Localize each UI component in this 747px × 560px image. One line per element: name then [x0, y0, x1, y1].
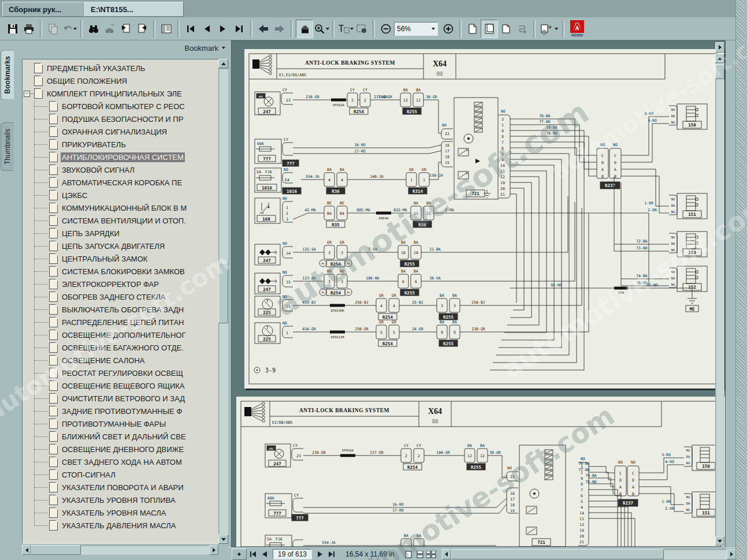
status-last-page-button[interactable]: [326, 549, 337, 559]
continuous-facing-mode-button[interactable]: [426, 549, 437, 559]
text-select-tool-button[interactable]: T: [337, 20, 354, 38]
bookmark-item[interactable]: ЦЕПЬ ЗАРЯДКИ: [23, 227, 228, 240]
status-next-page-button[interactable]: [315, 549, 325, 559]
bookmark-item[interactable]: ОЧИСТИТЕЛИ ВЕТРОВОГО И ЗАД: [23, 392, 228, 405]
zoom-tool-button[interactable]: [313, 20, 329, 38]
bookmark-item[interactable]: ОСВЕЩЕНИЕ БАГАЖНОГО ОТДЕ.: [23, 341, 228, 354]
last-page-button[interactable]: [231, 20, 247, 38]
navigation-panel-button[interactable]: [158, 20, 174, 38]
undo-caret-icon[interactable]: [73, 28, 77, 32]
bookmark-item[interactable]: СВЕТ ЗАДНЕГО ХОДА НА АВТОМ: [23, 456, 228, 468]
tab-thumbnails[interactable]: Thumbnails: [1, 122, 14, 171]
bookmark-item[interactable]: КОММУНИКАЦИОННЫЙ БЛОК В М: [23, 201, 228, 214]
doc-scroll-right-button[interactable]: [727, 549, 736, 559]
bookmark-item[interactable]: УКАЗАТЕЛЬ ДАВЛЕНИЯ МАСЛА: [23, 519, 228, 532]
document-pane[interactable]: ANTI-LOCK BRAKING SYSTEM E1,E2/DG/ABS X6…: [231, 40, 726, 547]
svg-text:78-NO: 78-NO: [546, 131, 558, 136]
graphics-select-tool-button[interactable]: [354, 20, 370, 38]
hand-tool-button[interactable]: [296, 20, 313, 38]
bookmark-item[interactable]: УКАЗАТЕЛИ ПОВОРОТА И АВАРИ: [23, 481, 228, 494]
create-pdf-button[interactable]: [538, 20, 559, 38]
bookmark-item[interactable]: ОСВЕЩЕНИЕ ВЕЩЕВОГО ЯЩИКА: [23, 379, 228, 392]
bookmark-item[interactable]: УКАЗАТЕЛЬ УРОВНЯ МАСЛА: [23, 506, 228, 519]
bookmark-item[interactable]: БЛИЖНИЙ СВЕТ И ДАЛЬНИЙ СВЕ: [23, 430, 228, 443]
bookmark-item[interactable]: ПРОТИВОТУМАННЫЕ ФАРЫ: [23, 417, 228, 430]
doc-scroll-up-button[interactable]: [715, 54, 724, 63]
bookmark-item[interactable]: ЗВУКОВОЙ СИГНАЛ: [23, 163, 228, 176]
single-page-mode-button[interactable]: [403, 549, 414, 559]
bookmark-item[interactable]: АНТИБЛОКИРОВОЧНАЯ СИСТЕМ: [23, 151, 228, 163]
bookmark-item[interactable]: ОБЩИЕ ПОЛОЖЕНИЯ: [23, 74, 228, 87]
tab-bookmarks[interactable]: Bookmarks: [1, 50, 14, 100]
single-page-layout-button[interactable]: [464, 20, 481, 38]
zoom-in-button[interactable]: [440, 20, 456, 38]
bookmark-item[interactable]: СИСТЕМА ВЕНТИЛЯЦИИ И ОТОП.: [23, 214, 228, 227]
bookmark-item[interactable]: УКАЗАТЕЛЬ УРОВНЯ ТОПЛИВА: [23, 494, 228, 506]
page-indicator[interactable]: 19 of 613: [273, 549, 312, 559]
doc-scrollbar-track[interactable]: [715, 63, 724, 536]
find-again-button[interactable]: [102, 20, 118, 38]
first-page-button[interactable]: [183, 20, 199, 38]
bookmark-item[interactable]: ЭЛЕКТРОКОРРЕКТОР ФАР: [23, 278, 228, 290]
doc-hscrollbar-thumb[interactable]: [451, 549, 664, 559]
bookmark-item[interactable]: РЕОСТАТ РЕГУЛИРОВКИ ОСВЕЩ: [23, 367, 228, 379]
bookmark-item[interactable]: ЦЕНТРАЛЬНЫЙ ЗАМОК: [23, 252, 228, 265]
zoom-tool-caret-icon[interactable]: [326, 28, 329, 32]
go-forward-button[interactable]: [272, 20, 288, 38]
continuous-mode-button[interactable]: [415, 549, 425, 559]
bookmark-item[interactable]: ПРЕДМЕТНЫЙ УКАЗАТЕЛЬ: [23, 62, 228, 74]
next-highlight-button[interactable]: [134, 20, 150, 38]
bookmark-item[interactable]: ОСВЕЩЕНИЕ ДНЕВНОГО ДВИЖЕ: [23, 443, 228, 456]
bookmarks-scroll-up-button[interactable]: [218, 59, 228, 68]
continuous-facing-layout-button[interactable]: [498, 20, 514, 38]
zoom-out-button[interactable]: [378, 20, 394, 38]
bookmark-item[interactable]: ОХРАННАЯ СИГНАЛИЗАЦИЯ: [23, 125, 228, 138]
bookmark-item[interactable]: АВТОМАТИЧЕСКАЯ КОРОБКА ПЕ: [23, 176, 228, 189]
bookmark-item[interactable]: −КОМПЛЕКТ ПРИНЦИПИАЛЬНЫХ ЭЛЕ: [23, 87, 228, 100]
save-button[interactable]: [5, 20, 21, 38]
bookmark-item[interactable]: ОБОГРЕВ ЗАДНЕГО СТЕКЛА: [23, 290, 228, 303]
print-button[interactable]: [21, 20, 37, 38]
tab-document-2[interactable]: E:\NT8155...: [84, 2, 184, 17]
doc-scroll-left-button[interactable]: [442, 549, 451, 559]
previous-highlight-button[interactable]: [118, 20, 134, 38]
create-pdf-caret-icon[interactable]: [555, 28, 558, 32]
bookmark-item[interactable]: ЦЭКБС: [23, 189, 228, 201]
bookmark-item[interactable]: ЗАДНИЕ ПРОТИВОТУМАННЫЕ Ф: [23, 405, 228, 417]
bookmark-item[interactable]: ПОДУШКА БЕЗОПАСНОСТИ И ПР: [23, 113, 228, 125]
bookmark-item[interactable]: ВЫКЛЮЧАТЕЛЬ ОБОГРЕВА ЗАДН: [23, 303, 228, 316]
bookmark-item[interactable]: ОСВЕЩЕНИЕ САЛОНА: [23, 354, 228, 367]
continuous-layout-button[interactable]: [481, 20, 498, 38]
adobe-button[interactable]: Adobe: [567, 18, 587, 39]
bookmark-item[interactable]: СТОП-СИГНАЛ: [23, 468, 228, 481]
doc-scroll-down-button[interactable]: [715, 536, 724, 546]
bookmarks-scrollbar-thumb[interactable]: [218, 263, 228, 323]
copy-button[interactable]: [45, 20, 61, 38]
status-first-page-button[interactable]: [248, 549, 258, 559]
bookmarks-hscrollbar-thumb[interactable]: [31, 545, 81, 555]
bookmarks-scroll-left-button[interactable]: [22, 545, 31, 555]
zoom-level-caret-icon[interactable]: [432, 28, 435, 32]
bookmark-item[interactable]: ЦЕПЬ ЗАПУСКА ДВИГАТЕЛЯ: [23, 240, 228, 252]
next-page-button[interactable]: [215, 20, 231, 38]
bookmark-item[interactable]: ПРИКУРИВАТЕЛЬ: [23, 138, 228, 151]
nav-pane-toggle-button[interactable]: [232, 548, 247, 560]
find-button[interactable]: [86, 20, 102, 38]
bookmark-item[interactable]: СИСТЕМА БЛОКИРОВКИ ЗАМКОВ: [23, 265, 228, 278]
bookmarks-scroll-down-button[interactable]: [218, 535, 228, 544]
bookmark-item[interactable]: РАСПРЕДЕЛЕНИЕ ЦЕПЕЙ ПИТАН: [23, 316, 228, 328]
toolbar-overflow-button[interactable]: [715, 42, 724, 53]
status-previous-page-button[interactable]: [259, 549, 270, 559]
bookmark-panel-menu[interactable]: Bookmark: [144, 44, 225, 53]
previous-page-button[interactable]: [199, 20, 215, 38]
doc-scrollbar-thumb[interactable]: [715, 64, 724, 79]
tab-document-1[interactable]: Сборник рук...: [2, 2, 94, 17]
bookmarks-scroll-right-button[interactable]: [209, 545, 218, 555]
bookmark-item[interactable]: ОСВЕЩЕНИЕ ДОПОЛНИТЕЛЬНОГ: [23, 328, 228, 341]
article-flow-button[interactable]: [514, 20, 530, 38]
doc-hscrollbar[interactable]: [442, 549, 736, 559]
zoom-level-input[interactable]: 56%: [394, 22, 438, 36]
undo-button[interactable]: [61, 20, 77, 38]
bookmark-item[interactable]: БОРТОВОЙ КОМПЬЮТЕР С РЕОС: [23, 100, 228, 113]
go-back-button[interactable]: [255, 20, 272, 38]
